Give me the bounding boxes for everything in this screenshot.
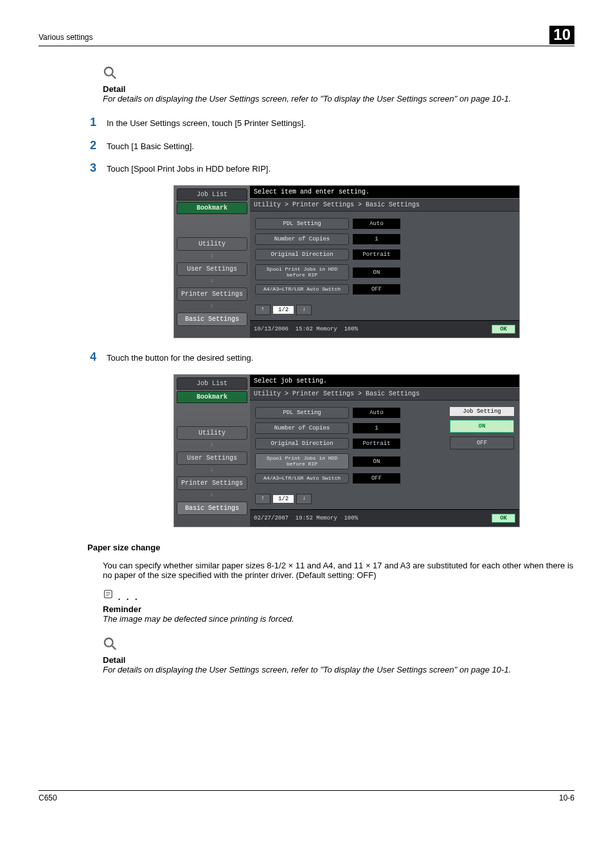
section-body: You can specify whether similar paper si… xyxy=(103,561,574,580)
sidebar-basic-settings[interactable]: Basic Settings xyxy=(177,502,247,515)
opt-spool[interactable]: Spool Print Jobs in HDD before RIP xyxy=(255,453,349,469)
sidebar-utility[interactable]: Utility xyxy=(177,237,247,251)
reminder-text: The image may be defected since printing… xyxy=(103,614,574,624)
status-memory-label: Memory xyxy=(316,326,337,332)
footer-page: 10-6 xyxy=(559,793,574,802)
step-text: Touch the button for the desired setting… xyxy=(107,351,253,363)
step-text: Touch [Spool Print Jobs in HDD before RI… xyxy=(107,162,271,174)
sidebar-user-settings[interactable]: User Settings xyxy=(177,262,247,276)
status-memory-value: 100% xyxy=(344,515,358,521)
step-text: In the User Settings screen, touch [5 Pr… xyxy=(107,116,306,128)
chevron-down-icon: ↓ xyxy=(177,252,247,259)
ui-screenshot: Job List Bookmark Utility ↓ User Setting… xyxy=(173,374,520,527)
sidebar-printer-settings[interactable]: Printer Settings xyxy=(177,287,247,301)
magnifier-icon xyxy=(103,643,117,653)
opt-spool-value: ON xyxy=(353,457,400,467)
chapter-number: 10 xyxy=(549,26,574,44)
step-number: 3 xyxy=(90,162,107,175)
step-number: 4 xyxy=(90,351,107,364)
opt-copies-value: 1 xyxy=(353,234,400,244)
job-off-button[interactable]: OFF xyxy=(450,437,514,449)
opt-orientation[interactable]: Original Direction xyxy=(255,249,349,260)
status-time: 15:02 xyxy=(296,326,313,332)
opt-spool[interactable]: Spool Print Jobs in HDD before RIP xyxy=(255,264,349,280)
screen-instruction: Select job setting. xyxy=(250,375,519,387)
status-memory-value: 100% xyxy=(344,326,358,332)
tab-bookmark[interactable]: Bookmark xyxy=(177,202,247,214)
sidebar-user-settings[interactable]: User Settings xyxy=(177,451,247,465)
opt-autoswitch[interactable]: A4/A3⇔LTR/LGR Auto Switch xyxy=(255,284,349,294)
step-text: Touch [1 Basic Setting]. xyxy=(107,140,194,151)
magnifier-icon xyxy=(103,72,117,82)
opt-pdl-value: Auto xyxy=(353,219,400,229)
opt-copies[interactable]: Number of Copies xyxy=(255,233,349,245)
page-indicator: 1/2 xyxy=(273,495,294,503)
svg-line-1 xyxy=(112,75,116,78)
note-icon xyxy=(103,592,118,602)
opt-pdl[interactable]: PDL Setting xyxy=(255,407,349,419)
tab-bookmark[interactable]: Bookmark xyxy=(177,391,247,403)
opt-autoswitch-value: OFF xyxy=(353,284,400,294)
section-heading: Paper size change xyxy=(87,543,574,552)
status-date: 02/27/2007 xyxy=(254,515,289,521)
opt-pdl-value: Auto xyxy=(353,408,400,418)
ui-screenshot: Job List Bookmark Utility ↓ User Setting… xyxy=(173,185,520,338)
page-up-button[interactable]: ↑ xyxy=(255,494,271,504)
chevron-down-icon: ↓ xyxy=(177,302,247,309)
opt-spool-value: ON xyxy=(353,267,400,278)
chevron-down-icon: ↓ xyxy=(177,491,247,498)
chevron-down-icon: ↓ xyxy=(177,277,247,284)
status-memory-label: Memory xyxy=(316,515,337,521)
detail-label: Detail xyxy=(103,655,574,665)
opt-orientation[interactable]: Original Direction xyxy=(255,438,349,449)
dots-icon: . . . xyxy=(118,592,139,602)
ok-button[interactable]: OK xyxy=(492,514,515,523)
screen-instruction: Select item and enter setting. xyxy=(250,186,519,198)
tab-joblist[interactable]: Job List xyxy=(177,377,247,390)
tab-joblist[interactable]: Job List xyxy=(177,188,247,201)
sidebar-utility[interactable]: Utility xyxy=(177,426,247,440)
page-down-button[interactable]: ↓ xyxy=(296,305,312,315)
footer-model: C650 xyxy=(39,793,57,802)
opt-autoswitch-value: OFF xyxy=(353,473,400,484)
status-date: 10/13/2006 xyxy=(254,326,289,332)
page-up-button[interactable]: ↑ xyxy=(255,305,271,315)
sidebar-basic-settings[interactable]: Basic Settings xyxy=(177,312,247,326)
svg-point-0 xyxy=(105,68,113,76)
breadcrumb: Utility > Printer Settings > Basic Setti… xyxy=(250,198,519,212)
opt-pdl[interactable]: PDL Setting xyxy=(255,218,349,230)
step-number: 1 xyxy=(90,116,107,129)
opt-copies-value: 1 xyxy=(353,423,400,433)
chevron-down-icon: ↓ xyxy=(177,441,247,448)
step-number: 2 xyxy=(90,140,107,152)
ok-button[interactable]: OK xyxy=(492,325,515,334)
opt-orientation-value: Portrait xyxy=(353,439,400,449)
opt-orientation-value: Portrait xyxy=(353,249,400,260)
sidebar-printer-settings[interactable]: Printer Settings xyxy=(177,476,247,490)
breadcrumb: Utility > Printer Settings > Basic Setti… xyxy=(250,387,519,401)
detail-text: For details on displaying the User Setti… xyxy=(103,94,574,104)
page-down-button[interactable]: ↓ xyxy=(296,494,312,504)
job-setting-header: Job Setting xyxy=(450,407,514,416)
job-on-button[interactable]: ON xyxy=(450,420,514,433)
chevron-down-icon: ↓ xyxy=(177,466,247,473)
opt-copies[interactable]: Number of Copies xyxy=(255,422,349,434)
reminder-label: Reminder xyxy=(103,604,574,614)
svg-point-6 xyxy=(105,638,113,647)
svg-line-7 xyxy=(112,646,116,649)
page-indicator: 1/2 xyxy=(273,306,294,314)
status-time: 19:52 xyxy=(296,515,313,521)
running-header: Various settings xyxy=(39,33,93,42)
detail-text: For details on displaying the User Setti… xyxy=(103,665,574,674)
detail-label: Detail xyxy=(103,84,574,94)
opt-autoswitch[interactable]: A4/A3⇔LTR/LGR Auto Switch xyxy=(255,473,349,484)
